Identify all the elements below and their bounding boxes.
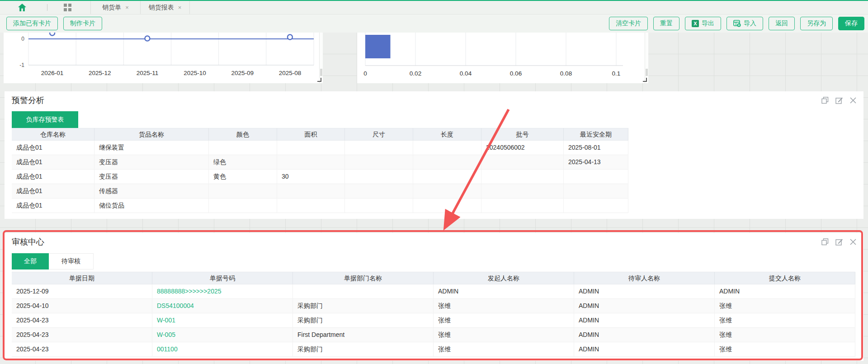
clear-cards-button[interactable]: 清空卡片: [609, 17, 648, 30]
table-cell: 成品仓01: [12, 199, 94, 213]
tab-sales-order[interactable]: 销货单 ×: [90, 1, 140, 14]
table-cell: [481, 170, 564, 184]
document-link[interactable]: W-001: [152, 313, 293, 328]
app-window: 销货单 × 销货报表 × 添加已有卡片 制作卡片 清空卡片 重置 X 导出: [0, 0, 868, 364]
back-button[interactable]: 返回: [769, 17, 795, 30]
duplicate-panel-icon[interactable]: [821, 97, 829, 104]
open-tabs: 销货单 × 销货报表 ×: [90, 1, 190, 14]
table-cell: [345, 199, 413, 213]
save-as-button[interactable]: 另存为: [800, 17, 833, 30]
table-cell: ADMIN: [574, 313, 715, 328]
table-row[interactable]: 成品仓01变压器绿色2025-04-13: [12, 155, 628, 170]
tab-all[interactable]: 全部: [12, 253, 49, 269]
table-cell: 成品仓01: [12, 170, 94, 184]
close-panel-icon[interactable]: [850, 239, 856, 245]
card-scrollbar[interactable]: [319, 33, 323, 83]
table-cell: [481, 184, 564, 199]
svg-text:X: X: [693, 21, 697, 26]
table-row[interactable]: 成品仓01传感器: [12, 184, 628, 199]
table-cell: 30: [277, 170, 345, 184]
document-link[interactable]: W-005: [152, 328, 293, 342]
toolbar-left-group: 添加已有卡片 制作卡片: [6, 17, 102, 30]
alert-tabs: 负库存预警表: [12, 111, 78, 128]
svg-text:0.08: 0.08: [560, 70, 572, 77]
svg-text:2025-08: 2025-08: [279, 70, 302, 76]
divider: [47, 4, 47, 11]
make-card-button[interactable]: 制作卡片: [63, 17, 102, 30]
table-cell: ADMIN: [574, 284, 715, 299]
table-cell: [564, 184, 628, 199]
close-tab-icon[interactable]: ×: [125, 4, 129, 11]
close-panel-icon[interactable]: [850, 97, 856, 104]
add-existing-card-button[interactable]: 添加已有卡片: [6, 17, 58, 30]
table-row[interactable]: 2025-04-23W-005First Department张维ADMIN张维: [12, 328, 855, 342]
svg-text:0.02: 0.02: [410, 70, 421, 77]
tab-sales-report[interactable]: 销货报表 ×: [140, 1, 190, 14]
home-icon[interactable]: [18, 4, 26, 11]
table-cell: 20240506002: [481, 141, 564, 155]
table-row[interactable]: 成品仓01变压器黄色30: [12, 170, 628, 184]
table-cell: ADMIN: [574, 328, 715, 342]
button-label: 导出: [702, 19, 714, 28]
document-link[interactable]: DS54100004: [152, 299, 293, 313]
panel-title: 审核中心: [12, 236, 44, 247]
table-cell: [277, 155, 345, 170]
tab-pending-review[interactable]: 待审核: [49, 253, 94, 269]
save-button[interactable]: 保存: [838, 17, 864, 30]
table-cell: 2025-12-09: [12, 284, 152, 299]
table-row[interactable]: 2025-04-23W-001采购部门张维ADMIN张维: [12, 313, 855, 328]
resize-handle-icon[interactable]: [317, 78, 321, 82]
table-cell: [293, 284, 434, 299]
resize-handle-icon[interactable]: [643, 78, 647, 82]
export-button[interactable]: X 导出: [685, 17, 721, 30]
table-row[interactable]: 成品仓01继保装置202405060022025-08-01: [12, 141, 628, 155]
table-cell: [413, 199, 481, 213]
table-cell: [481, 199, 564, 213]
table-cell: 2025-04-13: [564, 155, 628, 170]
table-cell: [277, 199, 345, 213]
column-header: 颜色: [209, 128, 277, 141]
column-header: 提交人名称: [715, 272, 855, 284]
column-header: 长度: [413, 128, 481, 141]
apps-grid-icon[interactable]: [64, 4, 71, 11]
table-cell: 2025-04-23: [12, 328, 152, 342]
svg-text:2025-09: 2025-09: [231, 70, 254, 76]
column-header: 尺寸: [345, 128, 413, 141]
document-link[interactable]: 001100: [152, 342, 293, 357]
table-row[interactable]: 2025-12-0988888888>>>>>>2025ADMINADMINAD…: [12, 284, 855, 299]
close-tab-icon[interactable]: ×: [178, 4, 182, 11]
card-scrollbar[interactable]: [645, 33, 648, 83]
table-cell: 采购部门: [293, 313, 434, 328]
table-row[interactable]: 2025-04-23001100采购部门张维ADMIN张维: [12, 342, 855, 357]
duplicate-panel-icon[interactable]: [821, 238, 829, 246]
sales-bar-chart-card[interactable]: 00.020.040.060.080.1: [357, 33, 648, 83]
button-label: 导入: [744, 19, 756, 28]
table-cell: 储位货品: [94, 199, 209, 213]
table-row[interactable]: 2025-04-10DS54100004采购部门张维ADMIN张维: [12, 299, 855, 313]
import-button[interactable]: 导入: [726, 17, 763, 30]
svg-text:-1: -1: [19, 62, 24, 68]
top-tab-bar: 销货单 × 销货报表 ×: [0, 0, 868, 14]
scrollbar-thumb[interactable]: [320, 69, 322, 76]
column-header: 面积: [277, 128, 345, 141]
tab-negative-stock-alert[interactable]: 负库存预警表: [12, 111, 78, 128]
column-header: 仓库名称: [12, 128, 94, 141]
document-link[interactable]: 88888888>>>>>>2025: [152, 284, 293, 299]
svg-text:0.1: 0.1: [612, 70, 621, 77]
scrollbar-thumb[interactable]: [646, 69, 648, 76]
sales-line-chart-card[interactable]: 0-12026-012025-122025-112025-102025-0920…: [4, 33, 323, 83]
table-header-row: 单据日期单据号码单据部门名称发起人名称待审人名称提交人名称: [12, 272, 855, 284]
column-header: 单据部门名称: [293, 272, 434, 284]
table-cell: 成品仓01: [12, 155, 94, 170]
line-chart: 0-12026-012025-122025-112025-102025-0920…: [4, 33, 323, 83]
excel-icon: X: [692, 20, 699, 27]
table-cell: [413, 184, 481, 199]
table-cell: [209, 184, 277, 199]
table-cell: First Department: [293, 328, 434, 342]
panel-title: 预警分析: [12, 95, 44, 106]
table-row[interactable]: 成品仓01储位货品: [12, 199, 628, 213]
edit-panel-icon[interactable]: [835, 97, 843, 104]
reset-button[interactable]: 重置: [653, 17, 679, 30]
edit-panel-icon[interactable]: [835, 238, 843, 246]
table-cell: [564, 199, 628, 213]
